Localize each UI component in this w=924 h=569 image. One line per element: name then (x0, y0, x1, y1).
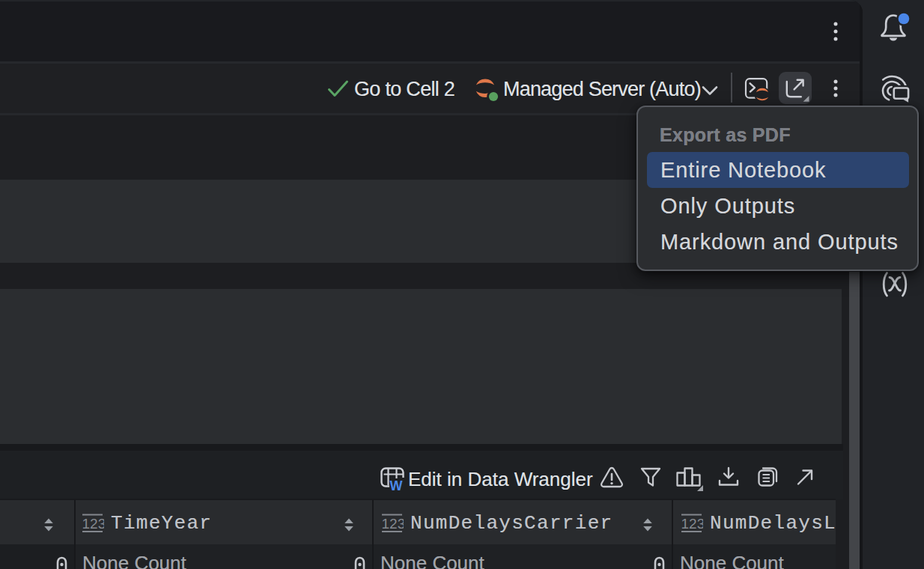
svg-text:123: 123 (382, 516, 404, 532)
svg-text:123: 123 (681, 516, 704, 532)
svg-text:W: W (390, 478, 403, 493)
svg-text:123: 123 (82, 516, 105, 532)
